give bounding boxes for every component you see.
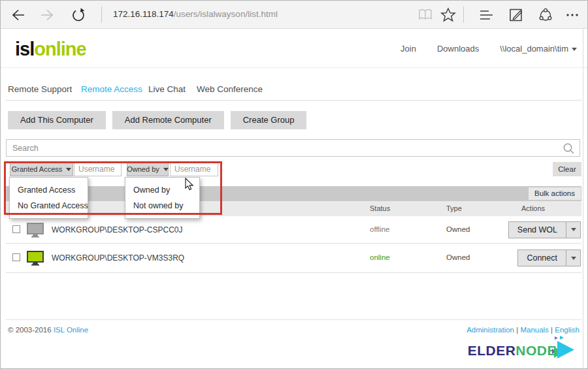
site-header: islonline Join Downloads \\local_domain\…	[1, 29, 587, 68]
computer-name[interactable]: WORKGROUP\DESKTOP-CSPCC0J	[52, 225, 182, 234]
action-dropdown-toggle[interactable]	[566, 250, 580, 266]
page-footer: © 2003-2016 ISL Online Administration | …	[6, 319, 581, 339]
status-badge: offline	[370, 225, 389, 233]
chevron-down-icon	[571, 257, 576, 260]
granted-access-filter-button[interactable]: Granted Access	[10, 162, 73, 176]
owned-by-filter-button[interactable]: Owned by	[127, 162, 169, 176]
column-status: Status	[370, 204, 390, 212]
send-wol-button[interactable]: Send WOL	[509, 222, 566, 238]
table-header: Description Status Type Actions	[6, 201, 581, 216]
eldernode-elder: elder	[468, 343, 516, 358]
action-dropdown-toggle[interactable]	[566, 222, 580, 238]
reading-view-icon[interactable]	[417, 7, 434, 24]
connect-split-button: Connect	[517, 249, 581, 266]
owned-by-dropdown-menu: Owned by Not owned by	[125, 177, 200, 219]
url-path: /users/islalwayson/list.html	[174, 9, 278, 19]
manuals-link[interactable]: Manuals	[520, 326, 548, 334]
refresh-icon[interactable]	[70, 7, 87, 24]
menu-item-granted-access[interactable]: Granted Access	[10, 182, 88, 198]
search-icon[interactable]	[563, 142, 575, 155]
tab-web-conference[interactable]: Web Conference	[197, 84, 263, 94]
computer-offline-icon	[26, 222, 44, 238]
hub-icon[interactable]	[478, 7, 495, 24]
create-group-button[interactable]: Create Group	[231, 111, 307, 129]
account-label: \\local_domain\tim	[500, 44, 568, 54]
link-separator: |	[516, 326, 518, 334]
page-scroll-edge	[583, 29, 583, 368]
chevron-down-icon	[163, 168, 169, 171]
main-tabs: Remote Support Remote Access Live Chat W…	[6, 80, 581, 101]
isl-online-link[interactable]: ISL Online	[54, 326, 88, 334]
chevron-down-icon	[572, 48, 577, 51]
send-wol-split-button: Send WOL	[508, 221, 581, 238]
user-nav: Join Downloads \\local_domain\tim	[400, 44, 577, 54]
row-checkbox[interactable]	[12, 253, 20, 261]
logo-online: online	[34, 39, 86, 59]
eldernode-play-icon	[552, 336, 576, 361]
administration-link[interactable]: Administration	[466, 326, 514, 334]
computer-online-icon	[26, 250, 44, 266]
column-actions: Actions	[521, 204, 545, 212]
owned-filter-label: Owned by	[127, 165, 159, 173]
eldernode-wordmark: eldernode	[468, 343, 557, 359]
computer-name[interactable]: WORKGROUP\DESKTOP-VM3S3RQ	[52, 253, 184, 263]
table-row: WORKGROUP\DESKTOP-VM3S3RQ online Owned C…	[6, 244, 581, 273]
search-input[interactable]	[12, 140, 555, 156]
connect-button[interactable]: Connect	[518, 250, 566, 266]
browser-window: 172.16.118.174/users/islalwayson/list.ht…	[0, 0, 588, 369]
bulk-actions-bar: Bulk actions	[6, 186, 581, 201]
search-bar	[6, 139, 580, 157]
add-remote-computer-button[interactable]: Add Remote Computer	[112, 111, 224, 129]
granted-username-input[interactable]	[74, 162, 122, 176]
menu-item-no-granted-access[interactable]: No Granted Access	[10, 198, 88, 214]
granted-access-dropdown-menu: Granted Access No Granted Access	[9, 177, 88, 219]
toolbar-separator	[463, 7, 464, 23]
url-host: 172.16.118.174	[113, 9, 174, 19]
language-link[interactable]: English	[555, 326, 580, 334]
owned-username-input[interactable]	[170, 162, 218, 176]
chevron-down-icon	[66, 168, 71, 171]
forward-icon[interactable]	[39, 7, 56, 24]
toolbar-separator	[101, 7, 102, 23]
downloads-link[interactable]: Downloads	[437, 44, 479, 54]
share-icon[interactable]	[537, 7, 554, 24]
eldernode-watermark: eldernode	[468, 341, 576, 361]
back-icon[interactable]	[10, 7, 27, 24]
menu-item-not-owned-by[interactable]: Not owned by	[125, 198, 199, 214]
bulk-actions-button[interactable]: Bulk actions	[529, 187, 581, 200]
isl-online-logo[interactable]: islonline	[15, 39, 86, 60]
clear-filters-button[interactable]: Clear	[553, 162, 581, 176]
menu-item-owned-by[interactable]: Owned by	[125, 182, 199, 198]
status-badge: online	[370, 253, 390, 261]
column-type: Type	[446, 204, 462, 212]
more-options-icon[interactable]	[564, 7, 581, 24]
account-menu[interactable]: \\local_domain\tim	[500, 44, 577, 54]
computer-actions: Add This Computer Add Remote Computer Cr…	[8, 111, 306, 129]
eldernode-node: node	[515, 343, 557, 358]
browser-toolbar: 172.16.118.174/users/islalwayson/list.ht…	[1, 1, 587, 29]
ownership-type: Owned	[446, 253, 470, 261]
copyright-years: © 2003-2016	[8, 326, 52, 334]
join-link[interactable]: Join	[400, 44, 416, 54]
add-this-computer-button[interactable]: Add This Computer	[8, 111, 106, 129]
granted-filter-label: Granted Access	[12, 165, 63, 173]
tab-remote-support[interactable]: Remote Support	[8, 84, 72, 94]
table-row: WORKGROUP\DESKTOP-CSPCC0J offline Owned …	[6, 216, 581, 244]
web-note-icon[interactable]	[508, 7, 525, 24]
tab-live-chat[interactable]: Live Chat	[148, 84, 186, 94]
link-separator: |	[551, 326, 553, 334]
row-checkbox[interactable]	[12, 225, 20, 233]
footer-links: Administration | Manuals | English	[466, 326, 580, 334]
favorites-star-icon[interactable]	[440, 7, 457, 24]
chevron-down-icon	[571, 228, 576, 231]
tab-remote-access[interactable]: Remote Access	[81, 84, 142, 94]
address-bar[interactable]: 172.16.118.174/users/islalwayson/list.ht…	[113, 9, 278, 19]
logo-isl: isl	[15, 39, 34, 59]
copyright-text: © 2003-2016 ISL Online	[8, 326, 88, 334]
ownership-type: Owned	[446, 225, 470, 233]
